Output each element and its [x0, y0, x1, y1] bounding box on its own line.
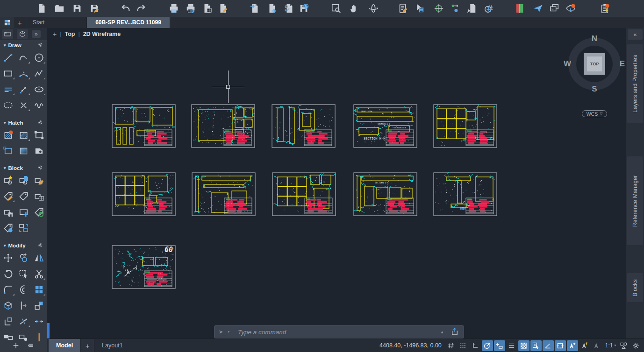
- tool-explode[interactable]: [0, 297, 16, 313]
- collapse-panels-button[interactable]: «: [628, 29, 643, 40]
- zoom-window-icon[interactable]: [331, 3, 341, 14]
- new-file-icon[interactable]: [36, 3, 47, 14]
- sheet-thumbnail[interactable]: [433, 104, 497, 148]
- tool-define-attribute[interactable]: [16, 188, 31, 204]
- viewcube-south[interactable]: S: [592, 84, 597, 94]
- tool-ellipse[interactable]: [31, 81, 47, 97]
- tool-boundary-retain[interactable]: [0, 143, 16, 159]
- tool-edit-attribute[interactable]: [0, 188, 16, 204]
- tool-hatch-edit[interactable]: [16, 127, 31, 143]
- transparency-toggle[interactable]: [518, 340, 530, 351]
- collapse-caret-icon[interactable]: ▾: [4, 43, 6, 48]
- tool-hatch[interactable]: [0, 127, 16, 143]
- lineweight-display-toggle[interactable]: [506, 340, 517, 351]
- collapse-caret-icon[interactable]: ▾: [4, 166, 6, 170]
- polar-tracking-toggle[interactable]: [482, 340, 493, 351]
- tool-move[interactable]: [0, 250, 16, 266]
- save-web-icon[interactable]: [299, 3, 309, 14]
- import-icon[interactable]: [250, 3, 260, 14]
- redo-icon[interactable]: [136, 3, 146, 14]
- tool-freehand[interactable]: [31, 97, 47, 113]
- purge-icon[interactable]: [466, 3, 477, 14]
- add-panel-icon[interactable]: [12, 342, 20, 351]
- command-share-icon[interactable]: [451, 327, 460, 337]
- tab-layout1[interactable]: Layout1: [94, 339, 130, 352]
- drawing-compare-icon[interactable]: [515, 3, 525, 14]
- quick-select-icon[interactable]: [414, 3, 424, 14]
- pan-icon[interactable]: [349, 3, 359, 14]
- edit-document-icon[interactable]: [218, 3, 228, 14]
- panel-gear-icon[interactable]: [37, 120, 43, 126]
- share-icon[interactable]: [533, 3, 543, 14]
- sheet-thumbnail[interactable]: [192, 172, 256, 216]
- open-file-icon[interactable]: [54, 3, 64, 14]
- tool-polyline[interactable]: [16, 49, 31, 65]
- new-drawing-tab-button[interactable]: +: [14, 17, 26, 28]
- status-settings-button[interactable]: [630, 340, 641, 351]
- tool-rotate[interactable]: [0, 266, 16, 282]
- viewcube-top-face[interactable]: TOP: [584, 53, 605, 75]
- tool-stretch[interactable]: [16, 266, 31, 282]
- tab-reference-manager[interactable]: Reference Manager: [627, 156, 643, 245]
- tab-model[interactable]: Model: [49, 339, 80, 352]
- grid-display-toggle[interactable]: [445, 340, 457, 351]
- tool-create-block[interactable]: [0, 172, 16, 188]
- drawing-history-icon[interactable]: [549, 3, 559, 14]
- dynamic-ucs-toggle[interactable]: [591, 340, 602, 351]
- panel-gear-icon[interactable]: [37, 165, 43, 171]
- tool-trim[interactable]: [31, 266, 47, 282]
- sheet-thumbnail[interactable]: SECTION C-C: [353, 172, 417, 216]
- dynamic-input-toggle[interactable]: [494, 340, 505, 351]
- ortho-mode-toggle[interactable]: [470, 340, 481, 351]
- orbit-icon[interactable]: [368, 3, 379, 14]
- tool-extend[interactable]: [16, 297, 31, 313]
- tab-blocks[interactable]: Blocks: [627, 273, 643, 302]
- tool-revision-cloud[interactable]: [0, 97, 16, 113]
- viewport-view-control[interactable]: Top: [64, 31, 75, 37]
- wcs-dropdown[interactable]: WCS ▽: [582, 110, 607, 117]
- sheet-thumbnail[interactable]: [191, 104, 255, 148]
- tab-start[interactable]: Start: [26, 17, 87, 28]
- view-cube-toggle-icon[interactable]: [17, 29, 28, 39]
- object-snap-tracking-toggle[interactable]: [567, 340, 578, 351]
- collapse-caret-icon[interactable]: ▾: [4, 243, 6, 248]
- sheet-thumbnail[interactable]: [272, 104, 336, 148]
- panel-gear-icon[interactable]: [37, 242, 43, 249]
- command-history-toggle-icon[interactable]: ▲: [440, 330, 444, 334]
- tool-break-at-point[interactable]: [0, 313, 16, 329]
- tool-scale[interactable]: [31, 297, 47, 313]
- snap-overrides-toggle[interactable]: [579, 340, 590, 351]
- viewport-add-control[interactable]: +: [53, 30, 57, 38]
- tool-arc[interactable]: [16, 65, 31, 81]
- annotation-scale-control[interactable]: 1:1 ▾: [605, 342, 616, 349]
- print-icon[interactable]: [169, 3, 179, 14]
- viewcube-east[interactable]: E: [620, 59, 625, 69]
- tool-point[interactable]: [16, 97, 31, 113]
- command-prompt-caret-icon[interactable]: ▾: [228, 330, 229, 334]
- sidebar-overflow-chevrons[interactable]: »: [32, 30, 41, 38]
- attach-icon[interactable]: [284, 3, 294, 14]
- tool-fillet[interactable]: [0, 282, 16, 297]
- tool-sync-attributes[interactable]: [31, 204, 47, 220]
- tool-line[interactable]: [0, 49, 16, 65]
- undo-icon[interactable]: [121, 3, 131, 14]
- customize-icon[interactable]: [27, 342, 35, 351]
- point-style-icon[interactable]: [450, 3, 460, 14]
- save-as-icon[interactable]: [89, 3, 100, 14]
- tool-join[interactable]: [31, 313, 47, 329]
- tool-break[interactable]: [16, 313, 31, 329]
- tool-rectangle[interactable]: [0, 65, 16, 81]
- tool-annotative-block[interactable]: [0, 220, 16, 236]
- tool-insert-block[interactable]: [16, 172, 31, 188]
- sheet-thumbnail[interactable]: KEY: [433, 172, 497, 216]
- viewcube[interactable]: N S W E TOP: [568, 38, 621, 90]
- tool-palettes-icon[interactable]: [398, 3, 408, 14]
- tool-write-block[interactable]: [0, 204, 16, 220]
- cloud-upload-icon[interactable]: [565, 3, 576, 14]
- command-input[interactable]: Type a command: [238, 329, 440, 336]
- tool-boundary[interactable]: [31, 127, 47, 143]
- selection-cycling-toggle[interactable]: [530, 340, 542, 351]
- tab-layers-and-properties[interactable]: Layers and Properties: [627, 44, 643, 123]
- export-icon[interactable]: [267, 3, 277, 14]
- viewcube-west[interactable]: W: [564, 59, 571, 69]
